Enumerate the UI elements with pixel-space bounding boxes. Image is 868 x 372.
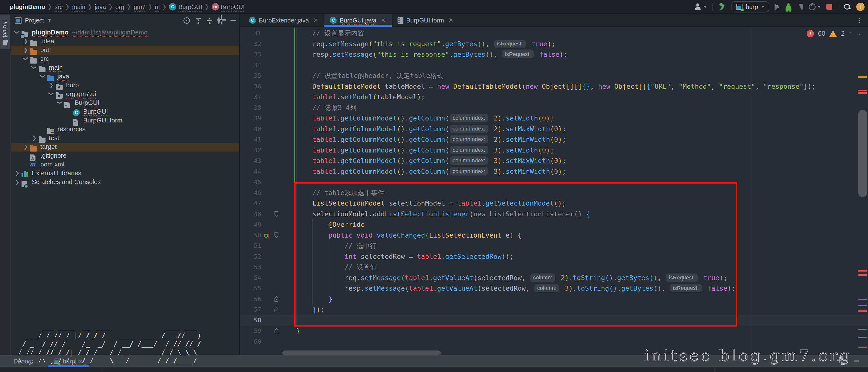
breadcrumb-item-src[interactable]: src bbox=[55, 3, 63, 10]
error-stripe-mark[interactable] bbox=[858, 305, 867, 306]
breadcrumb-item-org[interactable]: org bbox=[116, 3, 124, 10]
debug-icon[interactable] bbox=[785, 3, 792, 10]
chevron-collapsed-icon[interactable]: ❯ bbox=[32, 135, 36, 141]
error-stripe-mark[interactable] bbox=[858, 76, 867, 78]
code-editor[interactable]: 31 // 设置显示内容32 req.setMessage("this is r… bbox=[240, 27, 868, 355]
step-into-icon[interactable] bbox=[797, 3, 803, 10]
breadcrumb[interactable]: pluginDemo❯src❯main❯java❯org❯gm7❯ui❯CBur… bbox=[10, 0, 245, 14]
prev-problem-icon[interactable]: ⌃ bbox=[848, 31, 852, 37]
kebab-menu-icon[interactable]: ⋮ bbox=[856, 16, 863, 24]
fold-up-icon[interactable] bbox=[274, 306, 279, 313]
error-stripe-mark[interactable] bbox=[858, 90, 867, 91]
chevron-down-icon[interactable]: ▼ bbox=[48, 18, 52, 23]
tree-item-burp[interactable]: ❯burp bbox=[11, 81, 239, 90]
chevron-expanded-icon[interactable]: ❯ bbox=[23, 57, 29, 61]
stripe-tab-project[interactable]: Project bbox=[0, 15, 10, 49]
tree-item-org.gm7.ui[interactable]: ❯org.gm7.ui bbox=[11, 90, 239, 99]
breadcrumb-item-main[interactable]: main bbox=[72, 3, 85, 10]
breadcrumb-item-ui[interactable]: ui bbox=[155, 3, 159, 10]
breadcrumb-item-burpgui[interactable]: mBurpGUI bbox=[212, 3, 245, 10]
tree-item-resources[interactable]: resources bbox=[11, 125, 239, 134]
locate-file-icon[interactable] bbox=[184, 18, 190, 24]
breadcrumb-label: BurpGUI bbox=[178, 3, 202, 10]
close-icon[interactable]: ✕ bbox=[313, 17, 318, 24]
tree-item-scratches-and-consoles[interactable]: ❯Scratches and Consoles bbox=[11, 178, 239, 187]
chevron-expanded-icon[interactable]: ❯ bbox=[49, 92, 54, 96]
tree-item-java[interactable]: ❯java bbox=[11, 72, 239, 81]
inspections-widget[interactable]: ! 60 2 ⌃ ⌄ bbox=[807, 30, 861, 37]
collapse-all-icon[interactable]: ▼▲ bbox=[207, 18, 212, 24]
tab-burpgui-form[interactable]: BurpGUI.form✕ bbox=[392, 14, 459, 26]
error-stripe-mark[interactable] bbox=[858, 274, 867, 276]
chevron-collapsed-icon[interactable]: ❯ bbox=[24, 47, 28, 53]
chevron-expanded-icon[interactable]: ❯ bbox=[14, 30, 20, 34]
gear-icon[interactable] bbox=[218, 18, 225, 24]
error-stripe-mark[interactable] bbox=[858, 92, 867, 94]
tree-item-test[interactable]: ❯test bbox=[11, 134, 239, 143]
chevron-collapsed-icon[interactable]: ❯ bbox=[15, 170, 19, 176]
chevron-expanded-icon[interactable]: ❯ bbox=[57, 101, 63, 105]
user-profile-button[interactable]: ▼ bbox=[694, 3, 707, 10]
chevron-expanded-icon[interactable]: ❯ bbox=[40, 74, 46, 78]
search-everywhere-icon[interactable] bbox=[843, 3, 851, 10]
next-problem-icon[interactable]: ⌄ bbox=[857, 31, 861, 37]
tree-item-main[interactable]: ❯main bbox=[11, 64, 239, 72]
horizontal-scrollbar[interactable] bbox=[282, 350, 441, 355]
breadcrumb-item-gm7[interactable]: gm7 bbox=[133, 3, 146, 10]
tree-item-burpgui[interactable]: ❯BurpGUI bbox=[11, 99, 239, 107]
tree-item-out[interactable]: ❯out bbox=[11, 46, 239, 55]
tree-item-target[interactable]: ❯target bbox=[11, 143, 239, 151]
tab-burpextender-java[interactable]: CBurpExtender.java✕ bbox=[243, 14, 324, 26]
tree-item-pom.xml[interactable]: mpom.xml bbox=[11, 160, 239, 169]
breadcrumb-item-plugindemo[interactable]: pluginDemo bbox=[10, 3, 45, 10]
breadcrumb-label: org bbox=[116, 3, 124, 10]
error-stripe-mark[interactable] bbox=[858, 337, 867, 338]
hide-panel-icon[interactable] bbox=[230, 20, 236, 21]
tree-item-burpgui[interactable]: CBurpGUI bbox=[11, 107, 239, 116]
close-icon[interactable]: ✕ bbox=[381, 17, 385, 24]
vertical-scrollbar[interactable] bbox=[858, 110, 867, 197]
hide-panel-icon[interactable] bbox=[854, 361, 859, 362]
breadcrumb-item-java[interactable]: java bbox=[95, 3, 106, 10]
fold-down-icon[interactable] bbox=[274, 211, 279, 218]
fold-down-icon[interactable] bbox=[274, 232, 279, 239]
expand-all-icon[interactable]: ▼▲ bbox=[196, 18, 201, 24]
update-available-icon[interactable]: ↑ bbox=[856, 3, 865, 11]
tree-item-.idea[interactable]: ❯.idea bbox=[11, 37, 239, 46]
code-text: table1.getColumnModel().getColumn(column… bbox=[280, 145, 554, 156]
error-stripe-mark[interactable] bbox=[858, 310, 867, 312]
folder-orange-icon bbox=[30, 146, 37, 151]
coverage-button[interactable]: ▼ bbox=[809, 3, 821, 10]
tree-item-src[interactable]: ❯src bbox=[11, 55, 239, 64]
error-stripe-mark[interactable] bbox=[858, 270, 867, 272]
package-icon bbox=[56, 94, 63, 99]
close-icon[interactable]: ✕ bbox=[448, 17, 453, 24]
chevron-collapsed-icon[interactable]: ❯ bbox=[15, 179, 19, 185]
chevron-right-icon: ❯ bbox=[205, 4, 209, 10]
project-panel-title[interactable]: Project bbox=[25, 17, 44, 24]
tab-burpgui-java[interactable]: CBurpGUI.java✕ bbox=[324, 14, 392, 26]
error-stripe-mark[interactable] bbox=[858, 329, 867, 330]
breadcrumb-item-burpgui[interactable]: CBurpGUI bbox=[169, 3, 202, 10]
toolbar-divider bbox=[838, 3, 838, 11]
stop-icon[interactable] bbox=[827, 4, 832, 10]
fold-up-icon[interactable] bbox=[274, 296, 279, 303]
tree-item-burpgui.form[interactable]: BurpGUI.form bbox=[11, 116, 239, 125]
line-number: 39 bbox=[247, 113, 261, 124]
error-stripe-mark[interactable] bbox=[858, 299, 867, 300]
chevron-collapsed-icon[interactable]: ❯ bbox=[24, 38, 28, 44]
line-number: 60 bbox=[247, 336, 261, 347]
override-icon[interactable] bbox=[264, 232, 270, 240]
tree-item-external-libraries[interactable]: ❯External Libraries bbox=[11, 169, 239, 178]
chevron-expanded-icon[interactable]: ❯ bbox=[31, 66, 37, 70]
tree-item-plugindemo[interactable]: ❯pluginDemo~/d4m1ts/java/pluginDemo bbox=[11, 28, 239, 37]
fold-up-icon[interactable] bbox=[274, 328, 279, 335]
run-config-selector[interactable]: burp ▼ bbox=[732, 1, 769, 12]
tree-item-.gitignore[interactable]: .gitignore bbox=[11, 151, 239, 160]
chevron-collapsed-icon[interactable]: ❯ bbox=[24, 144, 28, 149]
indent-guide bbox=[296, 28, 297, 326]
error-stripe-mark[interactable] bbox=[858, 346, 867, 348]
build-hammer-icon[interactable] bbox=[718, 3, 726, 11]
run-icon[interactable] bbox=[775, 3, 780, 10]
chevron-collapsed-icon[interactable]: ❯ bbox=[50, 82, 54, 88]
